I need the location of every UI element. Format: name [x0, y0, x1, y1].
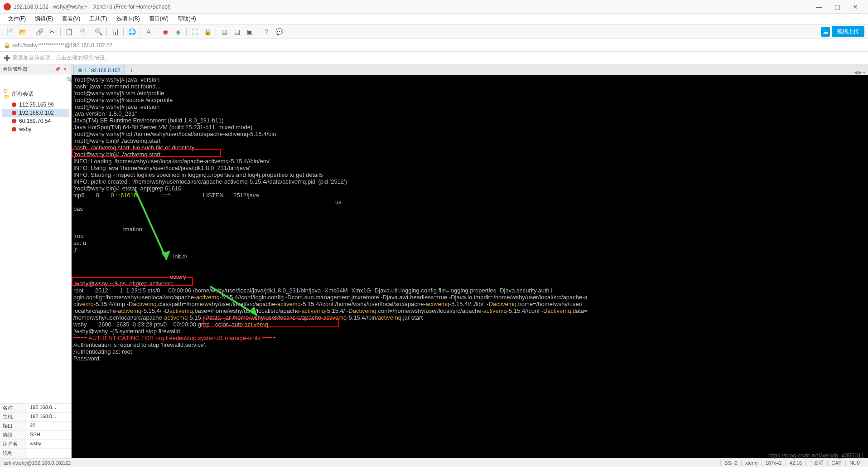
- cascade-icon[interactable]: ▣: [244, 26, 255, 37]
- terminal-line: INFO: Loading '/home/wshy/user/local/src…: [73, 158, 866, 165]
- prop-key: 用户名: [0, 440, 27, 448]
- prop-val: 22: [27, 422, 71, 430]
- terminal[interactable]: [root@wshy wshy]# java -versionbash: jav…: [72, 75, 868, 458]
- color1-icon[interactable]: ◉: [160, 26, 171, 37]
- prop-key: 主机: [0, 413, 27, 421]
- session-label: 112.35.165.99: [19, 102, 54, 108]
- add-session-icon[interactable]: ➕: [4, 55, 10, 61]
- terminal-line: ctivemq-5.15.4//tmp -Dactivemq.classpath…: [73, 301, 866, 307]
- watermark: https://blog.csdn.net/weixin_4055011: [767, 452, 864, 459]
- main-area: 会话管理器 📌 ✕ 🔍 ⊟ 📁 所有会话 112.35.165.99 192.1…: [0, 64, 868, 458]
- window-title: 192.168.0.102 - wshy@wshy:~ - Xshell 6 (…: [14, 4, 810, 10]
- minimize-button[interactable]: —: [810, 0, 828, 14]
- session-search-input[interactable]: [2, 76, 66, 83]
- app-icon: [4, 3, 11, 10]
- session-icon: [12, 119, 16, 123]
- terminal-line: init.d/: [73, 253, 866, 260]
- terminal-line: [root@wshy wshy]# vim /etc/profile: [73, 90, 866, 97]
- prop-key: 说明: [0, 449, 27, 457]
- open-icon[interactable]: 📂: [17, 26, 28, 37]
- terminal-line: INFO: Starting - inspect logfiles specif…: [73, 171, 866, 178]
- chat-icon[interactable]: 💬: [274, 26, 285, 37]
- terminal-line: wshy 2690 2635 0 23:23 pts/0 00:00:00 gr…: [73, 321, 866, 328]
- terminal-line: Authentication is required to stop 'fire…: [73, 341, 866, 348]
- addressbar[interactable]: 🔒 ssh://wshy:************@192.168.0.102:…: [0, 39, 868, 52]
- panel-header: 会话管理器 📌 ✕: [0, 64, 71, 74]
- terminal-line: ectory: [73, 273, 866, 280]
- copy-icon[interactable]: 📋: [63, 26, 74, 37]
- tile-v-icon[interactable]: ▤: [231, 26, 242, 37]
- terminal-line: /home/wshy/user/local/src/apache-activem…: [73, 314, 866, 321]
- prop-val: SSH: [27, 431, 71, 439]
- tree-root[interactable]: ⊟ 📁 所有会话: [2, 87, 69, 101]
- tab-nav: ◀ ▶ ▾: [854, 70, 868, 75]
- prop-key: 端口: [0, 422, 27, 430]
- terminal-line: INFO: pidfile created : '/home/wshy/user…: [73, 178, 866, 185]
- lock-icon[interactable]: 🔒: [202, 26, 213, 37]
- cloud-icon: ☁: [821, 27, 830, 37]
- new-session-icon[interactable]: 📄: [5, 26, 15, 37]
- panel-close-icon[interactable]: ✕: [61, 67, 68, 72]
- menu-edit[interactable]: 编辑(E): [30, 15, 58, 23]
- session-item[interactable]: 60.169.70.54: [2, 117, 69, 125]
- hint-text: 要添加当前会话，点击左侧的箭头按钮。: [12, 54, 110, 62]
- tab-next-icon[interactable]: ▶: [858, 70, 862, 75]
- paste-icon[interactable]: 📄: [76, 26, 87, 37]
- terminal-line: bas: [73, 205, 866, 212]
- prop-val: 192.168.0...: [27, 413, 71, 421]
- status-size: 187x42: [762, 460, 786, 466]
- terminal-line: [root@wshy wshy]# java -version: [73, 103, 866, 110]
- content-area: 1 192.168.0.102 + ◀ ▶ ▾ [root@wshy wshy]…: [72, 64, 868, 458]
- lock-small-icon: 🔒: [4, 42, 10, 49]
- address-text: ssh://wshy:************@192.168.0.102:22: [12, 42, 112, 49]
- upload-button[interactable]: 拖拽上传: [832, 26, 864, 37]
- menu-tab[interactable]: 选项卡(B): [112, 15, 145, 23]
- menu-tools[interactable]: 工具(T): [85, 15, 111, 23]
- menu-window[interactable]: 窗口(W): [145, 15, 173, 23]
- terminal-line: local/src/apache-activemq-5.15.4/ -Dacti…: [73, 307, 866, 314]
- terminal-line: bash: java: command not found...: [73, 83, 866, 90]
- tile-h-icon[interactable]: ▦: [219, 26, 230, 37]
- session-properties: 名称192.168.0... 主机192.168.0... 端口22 协议SSH…: [0, 403, 71, 458]
- reconnect-icon[interactable]: 🔗: [34, 26, 45, 37]
- menu-file[interactable]: 文件(F): [4, 15, 30, 23]
- session-label: 192.168.0.102: [19, 110, 54, 116]
- terminal-line: bash: ./activemq.start: No such file or …: [73, 144, 866, 151]
- properties-icon[interactable]: 📊: [110, 26, 121, 37]
- terminal-line: [root@wshy wshy]# source /etc/profile: [73, 97, 866, 103]
- terminal-line: Java HotSpot(TM) 64-Bit Server VM (build…: [73, 124, 866, 131]
- terminal-line: root 2512 1 1 23:15 pts/0 00:00:06 /home…: [73, 287, 866, 294]
- disconnect-icon[interactable]: ✂: [47, 26, 58, 37]
- terminal-line: [root@wshy wshy]# cd /home/wshy/user/loc…: [73, 131, 866, 137]
- session-item[interactable]: 192.168.0.102: [2, 109, 69, 117]
- terminal-line: [73, 212, 866, 219]
- connected-dot-icon: [78, 68, 82, 72]
- maximize-button[interactable]: ▢: [828, 0, 846, 14]
- session-label: wshy: [19, 126, 31, 132]
- terminal-line: [wshy@wshy ~]$ systemctl stop firewalld: [73, 328, 866, 335]
- close-button[interactable]: ✕: [846, 0, 864, 14]
- terminal-line: [roo: [73, 233, 866, 239]
- new-tab-button[interactable]: +: [127, 66, 136, 75]
- session-item[interactable]: 112.35.165.99: [2, 101, 69, 109]
- session-manager-panel: 会话管理器 📌 ✕ 🔍 ⊟ 📁 所有会话 112.35.165.99 192.1…: [0, 64, 72, 458]
- help-icon[interactable]: ?: [261, 26, 272, 37]
- menu-view[interactable]: 查看(V): [58, 15, 85, 23]
- session-item[interactable]: wshy: [2, 125, 69, 133]
- tab-prev-icon[interactable]: ◀: [854, 70, 858, 75]
- search-icon[interactable]: 🔍: [93, 26, 104, 37]
- terminal-line: [root@wshy bin]# ./activemq.start: [73, 137, 866, 144]
- terminal-line: [r: [73, 246, 866, 253]
- globe-icon[interactable]: 🌐: [126, 26, 137, 37]
- font-icon[interactable]: A: [143, 26, 154, 37]
- menu-help[interactable]: 帮助(H): [173, 15, 201, 23]
- prop-val: wshy: [27, 440, 71, 448]
- tab-list-icon[interactable]: ▾: [863, 70, 865, 75]
- color2-icon[interactable]: ◉: [173, 26, 183, 37]
- terminal-tab[interactable]: 1 192.168.0.102: [73, 65, 125, 75]
- pin-icon[interactable]: 📌: [54, 67, 61, 72]
- session-label: 60.169.70.54: [19, 118, 51, 124]
- terminal-line: [root@wshy bin]# etstat -anp|grep 61616: [73, 185, 866, 192]
- fullscreen-icon[interactable]: ⛶: [189, 26, 200, 37]
- terminal-line: su: u: [73, 239, 866, 246]
